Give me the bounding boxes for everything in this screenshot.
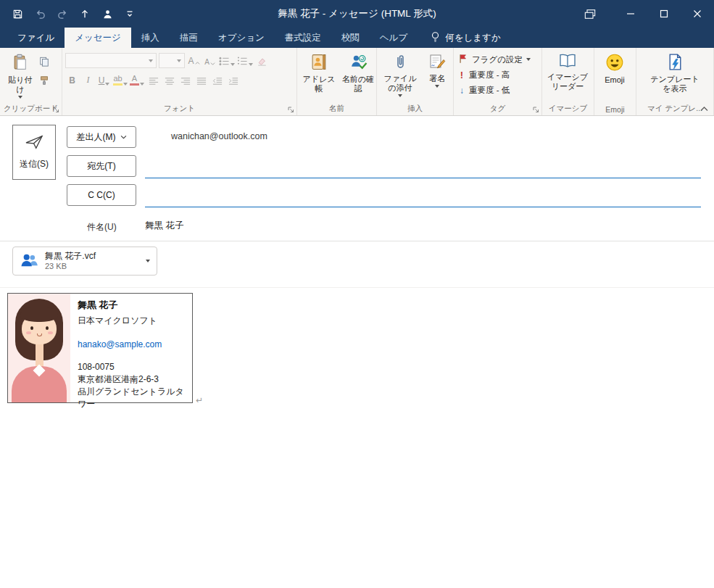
cc-field[interactable] [142,184,701,206]
attach-file-button[interactable]: ファイルの添付 [380,50,420,97]
group-clipboard: 貼り付け クリップボード [0,48,62,115]
send-button[interactable]: 送信(S) [12,125,56,180]
decrease-indent-button[interactable] [210,73,224,87]
attach-file-caret-icon [398,94,402,97]
template-lightning-icon [667,53,684,73]
paste-button[interactable]: 貼り付け [3,50,38,99]
paperclip-icon [393,53,408,73]
tab-draw[interactable]: 描画 [170,28,208,48]
tab-format-text[interactable]: 書式設定 [275,28,331,48]
bullets-caret-icon [231,63,235,66]
window-title: 舞黒 花子 - メッセージ (HTML 形式) [278,7,436,20]
font-size-caret-icon [177,59,181,62]
importance-low-label: 重要度 - 低 [469,85,510,96]
close-button[interactable] [681,0,714,28]
bold-button[interactable]: B [65,73,79,87]
underline-button[interactable]: U [97,73,111,87]
address-book-label: アドレス帳 [302,75,336,94]
message-body[interactable]: 舞黒 花子 日本マイクロソフト hanako@sample.com 108-00… [0,288,714,588]
maximize-button[interactable] [647,0,681,28]
attachment-card[interactable]: 舞黒 花子.vcf 23 KB [12,247,157,276]
titlebar: 舞黒 花子 - メッセージ (HTML 形式) [0,0,714,28]
tell-me-label: 何をしますか [445,32,500,44]
group-immersive: イマーシブリーダー イマーシブ [542,48,594,115]
check-names-button[interactable]: 名前の確認 [339,50,377,94]
font-group-label: フォント [62,104,296,114]
touch-mode-icon[interactable] [101,7,114,20]
cc-button[interactable]: C C(C) [67,184,136,206]
grow-font-label: A [188,56,194,66]
address-book-button[interactable]: アドレス帳 [300,50,338,94]
highlight-button[interactable]: ab [113,73,128,87]
tab-review[interactable]: 校閲 [331,28,370,48]
group-emoji: Emoji Emoji [594,48,636,115]
numbering-button[interactable] [237,54,253,67]
copy-icon[interactable] [39,57,49,70]
highlight-color-icon [113,83,123,86]
undo-icon[interactable] [33,7,46,20]
window-controls [578,0,714,28]
business-card-image[interactable]: 舞黒 花子 日本マイクロソフト hanako@sample.com 108-00… [7,293,193,403]
italic-button[interactable]: I [81,73,95,87]
group-names: アドレス帳 名前の確認 名前 [297,48,377,115]
font-name-combo[interactable] [65,53,157,68]
paste-label: 貼り付け [4,75,36,94]
increase-indent-button[interactable] [226,73,240,87]
justify-button[interactable] [194,73,208,87]
collapse-ribbon-icon[interactable] [700,107,708,112]
business-card-info: 舞黒 花子 日本マイクロソフト hanako@sample.com 108-00… [70,294,192,402]
tab-options[interactable]: オプション [208,28,275,48]
flag-caret-icon [526,58,531,61]
names-group-label: 名前 [297,104,376,114]
immersive-reader-button[interactable]: イマーシブリーダー [545,50,590,91]
font-size-combo[interactable] [159,53,185,68]
importance-low-button[interactable]: ↓ 重要度 - 低 [457,85,532,96]
tab-insert[interactable]: 挿入 [131,28,170,48]
immersive-group-label: イマーシブ [542,104,594,114]
up-arrow-icon[interactable] [78,7,91,20]
object-anchor-icon: ↵ [196,395,203,405]
to-button[interactable]: 宛先(T) [67,155,136,177]
restore-window-icon[interactable] [578,0,602,28]
tell-me-box[interactable]: 何をしますか [431,28,500,48]
format-painter-icon[interactable] [39,75,49,88]
tab-file[interactable]: ファイル [7,28,65,48]
attachment-well: 舞黒 花子.vcf 23 KB [0,241,714,288]
include-group-label: 挿入 [377,104,453,114]
emoji-button[interactable]: Emoji [597,50,632,85]
font-color-caret-icon [140,83,144,86]
importance-high-button[interactable]: ! 重要度 - 高 [457,70,532,80]
view-templates-label: テンプレートを表示 [648,75,702,94]
signature-label: 署名 [429,74,445,83]
align-left-button[interactable] [146,73,160,87]
tab-help[interactable]: ヘルプ [370,28,418,48]
shrink-font-button[interactable]: A [203,54,217,67]
view-templates-button[interactable]: テンプレートを表示 [647,50,703,94]
from-chevron-icon [120,135,127,139]
minimize-button[interactable] [614,0,647,28]
signature-button[interactable]: 署名 [422,50,452,97]
emoji-smiley-icon [605,53,624,74]
subject-field[interactable]: 舞黒 花子 [142,216,701,235]
clear-formatting-button[interactable] [255,54,269,67]
qat-customize-icon[interactable] [123,7,136,20]
font-color-button[interactable]: A [130,73,144,87]
from-button[interactable]: 差出人(M) [67,126,136,148]
immersive-reader-label: イマーシブリーダー [547,73,589,91]
emoji-group-label: Emoji [594,105,636,114]
bullets-button[interactable] [219,54,235,67]
redo-icon[interactable] [56,7,69,20]
underline-caret-icon [105,83,109,86]
to-field[interactable] [142,155,701,177]
align-right-button[interactable] [178,73,192,87]
tab-message[interactable]: メッセージ [65,28,131,48]
attachment-caret-icon[interactable] [146,260,150,262]
grow-font-button[interactable]: A [187,54,201,67]
subject-label: 件名(U) [87,221,117,233]
group-font: A A B I U ab A [62,48,297,115]
flag-button[interactable]: フラグの設定 [457,54,532,65]
signature-caret-icon [435,85,439,88]
align-center-button[interactable] [162,73,176,87]
save-icon[interactable] [11,7,24,20]
group-include: ファイルの添付 署名 挿入 [377,48,454,115]
